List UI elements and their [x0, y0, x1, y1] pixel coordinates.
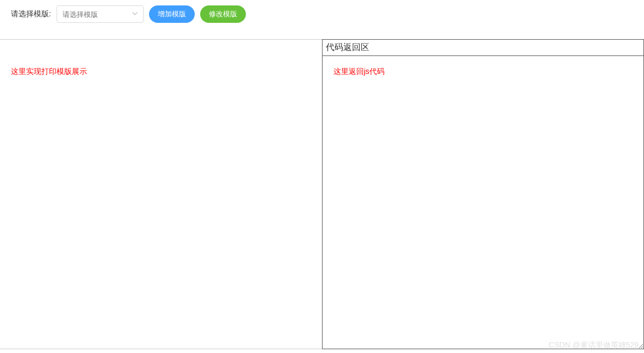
- toolbar-label: 请选择模版:: [11, 9, 51, 19]
- right-panel-body[interactable]: 这里返回js代码: [322, 56, 644, 349]
- left-panel-text: 这里实现打印模版展示: [11, 67, 311, 77]
- template-select[interactable]: [57, 5, 144, 23]
- modify-template-button[interactable]: 修改模版: [200, 5, 246, 23]
- right-panel-text: 这里返回js代码: [333, 67, 633, 77]
- right-panel-header: 代码返回区: [322, 39, 644, 56]
- template-select-wrapper: [57, 5, 144, 23]
- content-area: 这里实现打印模版展示 代码返回区 这里返回js代码: [0, 39, 644, 349]
- left-panel: 这里实现打印模版展示: [0, 39, 322, 349]
- right-panel: 代码返回区 这里返回js代码: [322, 39, 644, 349]
- add-template-button[interactable]: 增加模版: [149, 5, 195, 23]
- toolbar: 请选择模版: 增加模版 修改模版: [0, 0, 644, 28]
- watermark: CSDN @童话里做英雄529: [549, 340, 639, 350]
